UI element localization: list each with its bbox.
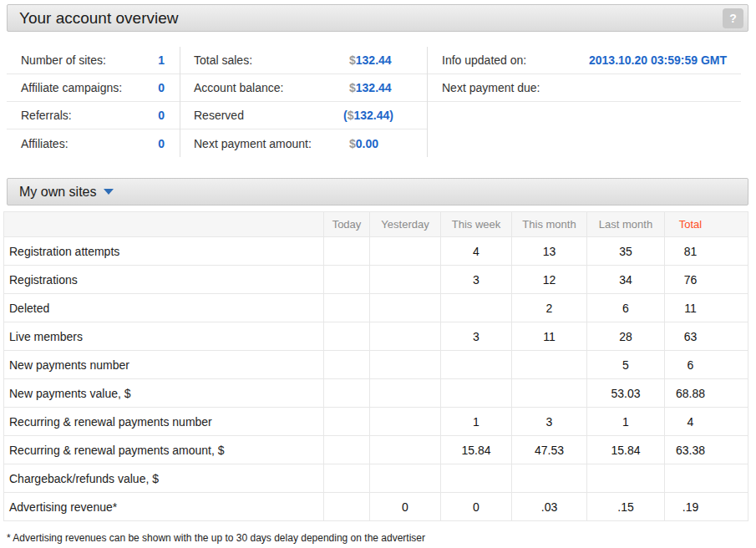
- cell-this-month: [512, 379, 587, 408]
- cell-total: 81: [665, 237, 748, 266]
- section-title: My own sites: [19, 185, 96, 200]
- summary-info-group: Info updated on: 2013.10.20 03:59:59 GMT…: [427, 47, 741, 157]
- cell-total: 63: [665, 322, 748, 351]
- summary-row-info-updated: Info updated on: 2013.10.20 03:59:59 GMT: [428, 47, 741, 74]
- cell-this-week: [441, 294, 512, 322]
- row-label: Recurring & renewal payments amount, $: [4, 436, 324, 464]
- cell-total: 76: [665, 266, 748, 294]
- summary-row-reserved: Reserved ($132.44): [180, 102, 427, 129]
- amount: 132.44: [356, 53, 392, 67]
- column-header-last-month: Last month: [587, 212, 665, 237]
- cell-total: 68.88: [665, 379, 748, 408]
- cell-this-week: [441, 464, 512, 493]
- table-row: Registration attempts 4 13 35 81: [4, 237, 748, 266]
- cell-last-month: 35: [587, 237, 665, 266]
- my-own-sites-dropdown[interactable]: My own sites: [7, 178, 748, 206]
- cell-yesterday: [370, 379, 441, 408]
- cell-this-month: 3: [512, 408, 587, 436]
- table-row: Live members 3 11 28 63: [4, 322, 748, 351]
- table-row: Advertising revenue* 0 0 .03 .15 .19: [4, 493, 748, 521]
- cell-this-month: 12: [512, 266, 587, 294]
- cell-total: 11: [665, 294, 748, 322]
- cell-last-month: .15: [587, 493, 665, 521]
- cell-yesterday: [370, 266, 441, 294]
- question-mark-icon: ?: [729, 12, 737, 25]
- advertising-footnote: * Advertising revenues can be shown with…: [7, 532, 756, 544]
- cell-total: 6: [665, 351, 748, 379]
- cell-this-week: 3: [441, 266, 512, 294]
- summary-value: $0.00: [349, 137, 378, 150]
- summary-value: 2013.10.20 03:59:59 GMT: [589, 53, 741, 67]
- summary-row-number-of-sites: Number of sites: 1: [7, 47, 180, 74]
- row-label: Registrations: [4, 266, 324, 294]
- summary-value: $132.44: [349, 53, 392, 67]
- cell-last-month: 28: [587, 322, 665, 351]
- cell-this-month: .03: [512, 493, 587, 521]
- cell-today: [324, 351, 370, 379]
- summary-label: Account balance:: [180, 81, 349, 94]
- cell-this-week: [441, 379, 512, 408]
- cell-yesterday: [370, 464, 441, 493]
- summary-row-next-payment-amount: Next payment amount: $0.00: [180, 129, 427, 157]
- cell-this-month: [512, 464, 587, 493]
- cell-yesterday: [370, 436, 441, 464]
- cell-yesterday: 0: [370, 493, 441, 521]
- summary-row-affiliates: Affiliates: 0: [7, 129, 180, 157]
- table-row: New payments value, $ 53.03 68.88: [4, 379, 748, 408]
- summary-row-affiliate-campaigns: Affiliate campaigns: 0: [7, 74, 180, 102]
- summary-value: 0: [146, 81, 180, 94]
- summary-label: Info updated on:: [428, 53, 589, 67]
- column-header-label: [4, 212, 324, 237]
- account-summary: Number of sites: 1 Affiliate campaigns: …: [7, 47, 748, 157]
- chevron-down-icon: [104, 189, 114, 195]
- summary-value: $132.44: [349, 81, 392, 94]
- cell-last-month: 1: [587, 408, 665, 436]
- cell-last-month: [587, 464, 665, 493]
- cell-this-month: 13: [512, 237, 587, 266]
- row-label: Registration attempts: [4, 237, 324, 266]
- row-label: Advertising revenue*: [4, 493, 324, 521]
- cell-last-month: 34: [587, 266, 665, 294]
- sites-stats-table: Today Yesterday This week This month Las…: [3, 211, 748, 521]
- help-button[interactable]: ?: [723, 8, 743, 28]
- cell-yesterday: [370, 237, 441, 266]
- cell-this-month: [512, 351, 587, 379]
- cell-yesterday: [370, 294, 441, 322]
- row-label: Live members: [4, 322, 324, 351]
- table-row: New payments number 5 6: [4, 351, 748, 379]
- summary-finance-group: Total sales: $132.44 Account balance: $1…: [180, 47, 427, 157]
- cell-last-month: 5: [587, 351, 665, 379]
- cell-last-month: 6: [587, 294, 665, 322]
- amount: 0.00: [356, 137, 378, 150]
- column-header-today: Today: [324, 212, 370, 237]
- table-row: Recurring & renewal payments number 1 3 …: [4, 408, 748, 436]
- currency-sign: $: [349, 53, 356, 67]
- cell-this-week: 1: [441, 408, 512, 436]
- cell-today: [324, 294, 370, 322]
- cell-this-month: 47.53: [512, 436, 587, 464]
- summary-label: Reserved: [180, 109, 349, 122]
- row-label: Recurring & renewal payments number: [4, 408, 324, 436]
- cell-today: [324, 436, 370, 464]
- column-header-yesterday: Yesterday: [370, 212, 441, 237]
- summary-label: Next payment amount:: [180, 137, 349, 150]
- cell-today: [324, 464, 370, 493]
- summary-label: Affiliate campaigns:: [7, 81, 146, 94]
- table-header-row: Today Yesterday This week This month Las…: [4, 212, 748, 237]
- summary-value: 1: [146, 53, 180, 67]
- cell-today: [324, 408, 370, 436]
- cell-this-week: 3: [441, 322, 512, 351]
- row-label: New payments value, $: [4, 379, 324, 408]
- cell-this-month: 11: [512, 322, 587, 351]
- cell-this-week: [441, 351, 512, 379]
- amount: 132.44: [356, 81, 392, 94]
- page-title: Your account overview: [19, 9, 178, 28]
- summary-row-account-balance: Account balance: $132.44: [180, 74, 427, 102]
- cell-today: [324, 266, 370, 294]
- account-overview-header: Your account overview ?: [7, 4, 748, 32]
- summary-label: Number of sites:: [7, 53, 146, 67]
- cell-total: [665, 464, 748, 493]
- cell-last-month: 15.84: [587, 436, 665, 464]
- cell-today: [324, 322, 370, 351]
- cell-this-month: 2: [512, 294, 587, 322]
